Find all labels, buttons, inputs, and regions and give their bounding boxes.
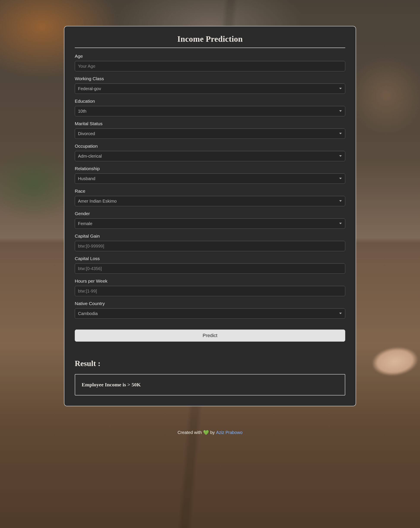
education-select[interactable]: 10th [75,106,345,116]
caploss-label: Capital Loss [75,256,345,261]
education-label: Education [75,99,345,104]
workclass-select[interactable]: Federal-gov [75,84,345,94]
heart-icon: 💚 [203,430,209,435]
age-input[interactable] [75,61,345,71]
result-box: Employee Income is > 50K [75,374,345,396]
capgain-input[interactable] [75,241,345,251]
gender-select[interactable]: Female [75,218,345,229]
footer-author-link[interactable]: Aziz Prabowo [216,430,242,435]
marital-select[interactable]: Divorced [75,128,345,139]
gender-label: Gender [75,211,345,216]
page-title: Income Prediction [75,34,345,44]
hours-label: Hours per Week [75,278,345,284]
title-divider [75,48,345,48]
caploss-input[interactable] [75,263,345,274]
predict-button[interactable]: Predict [75,330,345,342]
result-header: Result : [75,359,345,368]
footer: Created with 💚 by Aziz Prabowo [178,430,243,435]
footer-by: by [210,430,215,435]
workclass-label: Working Class [75,76,345,81]
occupation-select[interactable]: Adm-clerical [75,151,345,161]
age-label: Age [75,54,345,59]
country-select[interactable]: Cambodia [75,308,345,319]
result-text: Employee Income is > 50K [82,382,141,387]
hours-input[interactable] [75,286,345,296]
relationship-label: Relationship [75,166,345,171]
occupation-label: Occupation [75,144,345,149]
marital-label: Marital Status [75,121,345,126]
race-select[interactable]: Amer Indian Eskimo [75,196,345,206]
form-card: Income Prediction Age Working Class Fede… [64,26,356,406]
country-label: Native Country [75,301,345,306]
relationship-select[interactable]: Husband [75,173,345,184]
footer-prefix: Created with [178,430,202,435]
race-label: Race [75,189,345,194]
capgain-label: Capital Gain [75,234,345,239]
